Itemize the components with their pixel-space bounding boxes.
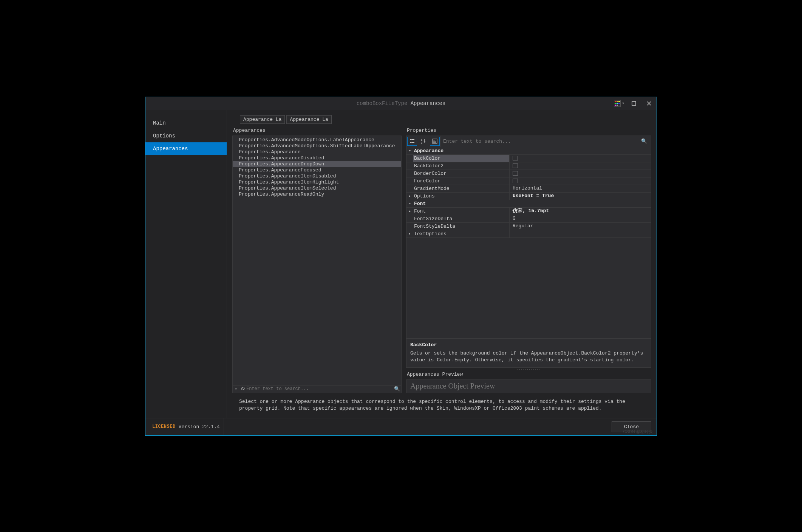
color-palette-button[interactable]: ▼ [614,100,625,107]
expand-toggle-icon[interactable]: ▾ [406,200,413,207]
tab-appearance-2[interactable]: Appearance La [286,115,331,124]
color-swatch [513,156,518,160]
list-item[interactable]: Properties.AppearanceDropDown [233,161,401,167]
appearances-search-input[interactable] [246,386,393,392]
properties-heading: Properties [406,128,651,133]
list-item[interactable]: Properties.AdvancedModeOptions.LabelAppe… [233,137,401,143]
sidebar-item-options[interactable]: Options [145,130,227,142]
sidebar-item-main[interactable]: Main [145,117,227,130]
prop-name: Options [413,193,510,200]
prop-value[interactable] [510,230,651,237]
licensed-badge: LICENSED [152,424,176,429]
propgrid-row[interactable]: BorderColor [406,170,651,177]
title-prefix: comboBoxFileType [357,100,407,106]
propgrid-row[interactable]: ▸ Options UseFont = True [406,193,651,200]
list-item[interactable]: Properties.AppearanceDisabled [233,155,401,161]
appearances-search-row: ⊞ 🗘 🔍 [233,385,401,393]
list-item[interactable]: Properties.AppearanceItemSelected [233,185,401,191]
svg-rect-0 [632,102,636,105]
appearances-list-items[interactable]: Properties.AdvancedModeOptions.LabelAppe… [233,136,401,385]
list-item[interactable]: Properties.Appearance [233,149,401,155]
prop-name: FontStyleDelta [413,223,510,230]
prop-value[interactable] [510,162,651,170]
prop-value[interactable]: Horizontal [510,185,651,192]
expand-toggle-icon[interactable]: ▸ [406,193,413,200]
property-grid[interactable]: ▾ Appearance BackColor BackColor2 [406,147,651,339]
close-button[interactable]: Close [612,421,651,432]
list-item[interactable]: Properties.AppearanceReadOnly [233,191,401,197]
tab-appearance-1[interactable]: Appearance La [240,115,285,124]
description-title: BackColor [410,342,647,348]
preview-text: Appearance Object Preview [410,382,495,390]
search-icon[interactable]: 🔍 [640,138,649,144]
title-bar: comboBoxFileType Appearances ▼ [145,97,657,110]
preview-box: Appearance Object Preview [406,379,651,393]
alphabetical-button[interactable]: AZ [419,137,428,146]
prop-value[interactable] [510,170,651,177]
propgrid-row[interactable]: BackColor2 [406,162,651,170]
prop-value[interactable]: UseFont = True [510,193,651,200]
propgrid-category[interactable]: ▾ Appearance [406,147,651,155]
prop-name: Font [413,208,510,215]
propgrid-description: BackColor Gets or sets the background co… [406,339,651,368]
footer: LICENSED Version 22.1.4 Close [145,418,657,435]
propgrid-row[interactable]: FontSizeDelta 0 [406,215,651,223]
color-swatch [513,171,518,176]
help-text: Select one or more Appearance objects th… [232,393,651,416]
dialog-body: Main Options Appearances Appearance La A… [145,110,657,435]
prop-value[interactable]: 仿宋, 15.75pt [510,208,651,215]
close-window-button[interactable] [641,98,657,109]
description-text: Gets or sets the background color if the… [410,350,647,364]
propgrid-row[interactable]: FontStyleDelta Regular [406,223,651,230]
prop-name: GradientMode [413,185,510,192]
prop-name: FontSizeDelta [413,215,510,222]
propgrid-row[interactable]: ▸ Font 仿宋, 15.75pt [406,208,651,215]
propgrid-row[interactable]: BackColor [406,155,651,162]
tabs: Appearance La Appearance La [232,115,651,124]
search-icon[interactable]: 🔍 [393,386,401,392]
categorized-icon [409,138,415,144]
propgrid-row[interactable]: ForeColor [406,177,651,185]
prop-value[interactable] [510,177,651,185]
expand-toggle-icon[interactable]: ▸ [406,230,413,237]
prop-value[interactable]: Regular [510,223,651,230]
svg-text:Z: Z [421,142,422,144]
expand-toggle-icon[interactable]: ▸ [406,208,413,215]
list-refresh-icon[interactable]: 🗘 [240,387,246,391]
list-item[interactable]: Properties.AppearanceItemDisabled [233,173,401,179]
preview-heading: Appearances Preview [407,372,651,377]
prop-name: BackColor2 [413,162,510,170]
propgrid-row[interactable]: ▸ TextOptions [406,230,651,238]
alphabetical-icon: AZ [420,138,426,144]
color-swatch [513,179,518,183]
sidebar: Main Options Appearances [145,110,227,418]
propgrid-search: 🔍 [440,136,651,147]
sidebar-item-appearances[interactable]: Appearances [145,142,227,155]
color-palette-icon [614,100,621,107]
propgrid-toolbar: AZ 🔍 [406,136,651,147]
expand-toggle-icon[interactable]: ▾ [406,147,413,154]
prop-name: BorderColor [413,170,510,177]
prop-value[interactable] [510,155,651,162]
appearances-column: Appearances Properties.AdvancedModeOptio… [232,128,402,393]
list-item[interactable]: Properties.AdvancedModeOptions.ShiftedLa… [233,143,401,149]
property-pages-button[interactable] [430,137,440,146]
content-area: Appearance La Appearance La Appearances … [227,110,657,418]
list-item[interactable]: Properties.AppearanceFocused [233,167,401,173]
horizontal-splitter[interactable]: ············ [406,368,651,372]
version-label: Version 22.1.4 [179,424,220,430]
chevron-down-icon: ▼ [622,102,624,105]
list-item[interactable]: Properties.AppearanceItemHighlight [233,179,401,185]
close-icon [647,101,651,106]
categorized-button[interactable] [407,137,417,146]
maximize-button[interactable] [626,98,641,109]
property-pages-icon [432,138,438,144]
prop-name: TextOptions [413,230,510,237]
list-expand-icon[interactable]: ⊞ [233,387,240,391]
propgrid-row[interactable]: GradientMode Horizontal [406,185,651,193]
color-swatch [513,163,518,168]
propgrid-search-input[interactable] [443,139,640,144]
propgrid-category[interactable]: ▾ Font [406,200,651,208]
prop-value[interactable]: 0 [510,215,651,222]
title-main: Appearances [411,100,445,106]
